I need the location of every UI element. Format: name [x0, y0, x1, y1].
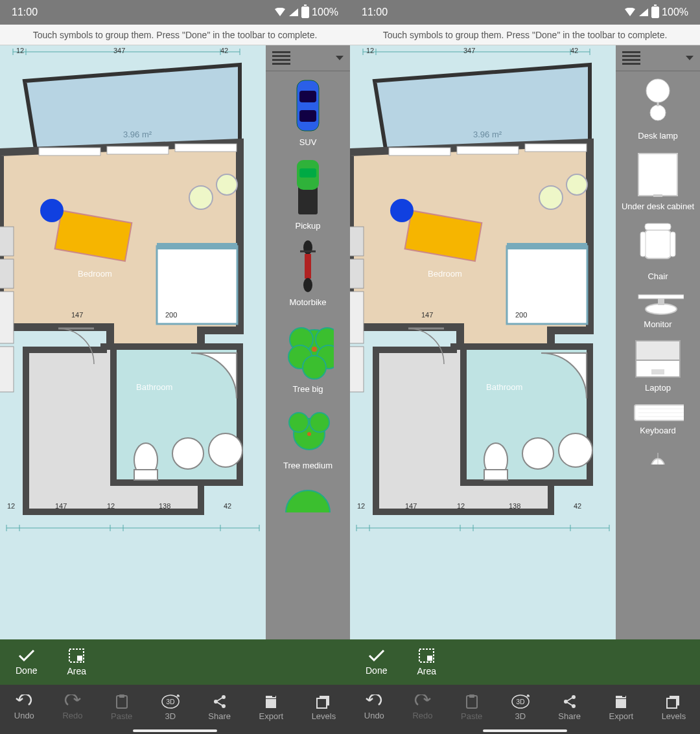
workspace: 3.96 m² Bedroom Bathroom 12 347 42 147 2…	[0, 45, 350, 639]
undo-button[interactable]: Undo	[14, 694, 34, 720]
redo-button[interactable]: Redo	[412, 694, 432, 720]
panel-header[interactable]	[266, 45, 350, 71]
svg-rect-25	[107, 146, 169, 154]
toolbar-label: Redo	[412, 711, 432, 720]
done-button[interactable]: Done	[16, 648, 37, 676]
toolbar-label: Levels	[662, 711, 686, 721]
room-label-bathroom: Bathroom	[136, 382, 172, 392]
svg-rect-39	[299, 168, 316, 178]
chevron-down-icon[interactable]	[336, 56, 344, 60]
svg-point-106	[646, 79, 670, 102]
dim: 42	[574, 502, 581, 510]
symbol-mouse-partial[interactable]	[616, 440, 700, 471]
symbol-label: Laptop	[645, 383, 671, 393]
svg-point-90	[566, 174, 587, 195]
svg-rect-137	[616, 699, 626, 708]
panel-items[interactable]: Desk lamp Under desk cabinet Chair	[616, 71, 700, 639]
svg-point-115	[646, 304, 677, 314]
svg-point-83	[522, 438, 554, 469]
symbol-tree-partial[interactable]	[266, 475, 350, 519]
svg-rect-127	[427, 656, 432, 661]
svg-point-53	[310, 413, 329, 432]
svg-rect-116	[638, 295, 684, 299]
symbol-keyboard[interactable]: Keyboard	[616, 397, 700, 440]
redo-icon	[414, 694, 431, 709]
panel-items[interactable]: SUV Pickup Motorbike	[266, 71, 350, 639]
svg-rect-94	[350, 347, 364, 392]
action-label: Area	[67, 666, 86, 676]
suv-icon	[282, 76, 334, 135]
dim: 12	[457, 502, 465, 510]
svg-point-18	[216, 174, 237, 195]
dim: 12	[7, 502, 15, 510]
canvas[interactable]: 3.96 m² Bedroom Bathroom 12 347 42 147 2…	[350, 45, 616, 639]
menu-icon[interactable]	[272, 51, 290, 65]
hint-bar: Touch symbols to group them. Press "Done…	[350, 25, 700, 45]
dim: 42	[220, 47, 228, 54]
battery-icon	[301, 6, 309, 18]
screenshot-left: 11:00 100% Touch symbols to group them. …	[0, 0, 350, 734]
svg-rect-111	[645, 230, 671, 258]
check-icon	[18, 648, 36, 663]
svg-rect-112	[640, 232, 646, 257]
dim: 138	[159, 502, 170, 510]
area-icon	[68, 648, 85, 663]
toolbar-label: Export	[259, 711, 284, 721]
paste-button[interactable]: Paste	[461, 694, 482, 721]
symbol-motorbike[interactable]: Motorbike	[266, 235, 350, 312]
area-button[interactable]: Area	[417, 648, 436, 676]
symbol-tree-big[interactable]: Tree big	[266, 312, 350, 398]
symbol-under-desk-cabinet[interactable]: Under desk cabinet	[616, 145, 700, 216]
paste-icon	[115, 694, 129, 709]
panel-header[interactable]	[616, 45, 700, 71]
toolbar-label: 3D	[515, 711, 526, 721]
done-button[interactable]: Done	[366, 648, 387, 676]
symbol-tree-medium[interactable]: Tree medium	[266, 398, 350, 475]
levels-icon	[315, 694, 332, 709]
symbol-monitor[interactable]: Monitor	[616, 286, 700, 334]
undo-button[interactable]: Undo	[364, 694, 384, 720]
dim: 147	[405, 502, 417, 510]
symbol-chair[interactable]: Chair	[616, 215, 700, 286]
svg-point-107	[650, 105, 666, 120]
dim: 12	[357, 502, 365, 510]
canvas[interactable]: 3.96 m² Bedroom Bathroom 12 347 42 147 2…	[0, 45, 266, 639]
hint-text: Touch symbols to group them. Press "Done…	[33, 30, 318, 40]
levels-icon	[665, 694, 682, 709]
dim: 42	[570, 47, 578, 54]
3d-button[interactable]: 3D 3D	[511, 694, 530, 721]
levels-button[interactable]: Levels	[662, 694, 686, 721]
svg-rect-117	[658, 299, 664, 305]
menu-icon[interactable]	[622, 51, 640, 65]
toolbar-label: Paste	[461, 711, 482, 721]
svg-rect-36	[299, 110, 316, 122]
svg-point-17	[189, 186, 213, 209]
share-button[interactable]: Share	[558, 694, 581, 721]
dim: 12	[16, 47, 24, 54]
toolbar-label: Paste	[111, 711, 132, 721]
symbol-desk-lamp[interactable]: Desk lamp	[616, 71, 700, 145]
area-button[interactable]: Area	[67, 648, 86, 676]
export-button[interactable]: Export	[609, 694, 634, 721]
svg-rect-57	[77, 656, 82, 661]
3d-button[interactable]: 3D 3D	[161, 694, 180, 721]
svg-rect-19	[0, 227, 14, 256]
signal-icon	[288, 8, 299, 17]
svg-rect-86	[507, 243, 587, 249]
levels-button[interactable]: Levels	[312, 694, 336, 721]
share-icon	[212, 694, 228, 709]
symbol-laptop[interactable]: Laptop	[616, 333, 700, 397]
redo-button[interactable]: Redo	[62, 694, 82, 720]
paste-button[interactable]: Paste	[111, 694, 132, 721]
symbol-label: Under desk cabinet	[622, 201, 694, 212]
svg-point-54	[307, 432, 311, 436]
symbol-pickup[interactable]: Pickup	[266, 152, 350, 235]
undo-icon	[16, 694, 32, 709]
svg-point-42	[303, 278, 312, 292]
share-button[interactable]: Share	[208, 694, 231, 721]
export-button[interactable]: Export	[259, 694, 284, 721]
chevron-down-icon[interactable]	[686, 56, 694, 60]
symbol-label: Keyboard	[640, 426, 676, 436]
symbol-suv[interactable]: SUV	[266, 71, 350, 152]
svg-point-84	[559, 433, 592, 467]
